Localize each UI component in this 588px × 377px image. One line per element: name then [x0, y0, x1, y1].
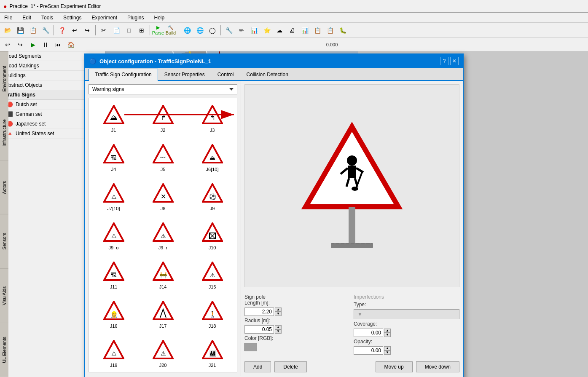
toolbar-t1[interactable]: 🔧	[223, 24, 235, 36]
menu-experiment[interactable]: Experiment	[89, 14, 120, 21]
menu-help[interactable]: Help	[151, 14, 167, 21]
sign-j18[interactable]: 🚶 J18	[189, 296, 235, 332]
toolbar-t2[interactable]: ✏	[236, 24, 247, 36]
toolbar-t3[interactable]: 📊	[248, 24, 260, 36]
toolbar2-pause[interactable]: ⏸	[40, 39, 51, 51]
toolbar-globe1[interactable]: 🌐	[181, 24, 193, 36]
coverage-up[interactable]: ▲	[384, 329, 391, 333]
sign-j21[interactable]: 👨‍👩‍👧 J21	[189, 335, 235, 371]
opacity-input[interactable]: 0.00	[354, 346, 383, 355]
sign-j9-label: J9	[210, 206, 215, 211]
toolbar-t4[interactable]: ⭐	[261, 24, 273, 36]
sign-j9[interactable]: ⚽ J9	[189, 178, 235, 214]
toolbar-cut[interactable]: ✂	[98, 24, 110, 36]
add-button[interactable]: Add	[244, 361, 271, 372]
tab-control[interactable]: Control	[211, 69, 240, 80]
sign-j20[interactable]: ⚠ J20	[140, 335, 186, 371]
toolbar-save[interactable]: 💾	[14, 24, 26, 36]
dialog-close-button[interactable]: ✕	[450, 57, 459, 65]
dialog-help-button[interactable]: ?	[440, 57, 448, 65]
toolbar2-home[interactable]: 🏠	[65, 39, 77, 51]
sign-j9o[interactable]: ⚠ J9_o	[91, 217, 137, 253]
left-action-buttons: Add Delete	[244, 361, 307, 372]
delete-button[interactable]: Delete	[274, 361, 307, 372]
length-down[interactable]: ▼	[275, 312, 282, 316]
type-dropdown[interactable]: ▼	[354, 309, 459, 319]
sign-j14-icon: 🚧	[151, 259, 175, 283]
toolbar-t7[interactable]: 📊	[299, 24, 311, 36]
toolbar2-forward[interactable]: ↪	[14, 39, 26, 51]
move-down-button[interactable]: Move down	[416, 361, 459, 372]
opacity-down[interactable]: ▼	[384, 350, 391, 355]
opacity-up[interactable]: ▲	[384, 346, 391, 350]
sign-j5[interactable]: 〰 J5	[140, 139, 186, 175]
menu-plugins[interactable]: Plugins	[125, 14, 146, 21]
sign-j17[interactable]: J17	[140, 296, 186, 332]
sign-j16[interactable]: 👷 J16	[91, 296, 137, 332]
sign-j11[interactable]: 🏗 J11	[91, 257, 137, 292]
sign-j8[interactable]: ✕ J8	[140, 178, 186, 214]
tab-traffic-sign[interactable]: Traffic Sign Configuration	[89, 69, 158, 81]
sign-j9r[interactable]: ⚠ J9_r	[140, 217, 186, 253]
menu-tools[interactable]: Tools	[39, 14, 56, 21]
toolbar-build[interactable]: 🔨 Build	[165, 24, 177, 36]
tab-collision[interactable]: Collision Detection	[240, 69, 294, 80]
toolbar-square[interactable]: □	[123, 24, 135, 36]
menu-file[interactable]: File	[2, 14, 15, 21]
tab-sensor-props[interactable]: Sensor Properties	[158, 69, 211, 80]
toolbar-t6[interactable]: 🖨	[286, 24, 298, 36]
sign-j8-label: J8	[161, 206, 166, 211]
toolbar-globe2[interactable]: 🌐	[194, 24, 206, 36]
toolbar-parse[interactable]: ▶ Parse	[152, 24, 164, 36]
toolbar2-play[interactable]: ▶	[27, 39, 39, 51]
toolbar-copy[interactable]: 📋	[27, 24, 39, 36]
toolbar-redo[interactable]: ↪	[81, 24, 93, 36]
toolbar-bug[interactable]: 🐛	[337, 24, 349, 36]
toolbar-new[interactable]: 📂	[2, 24, 13, 36]
toolbar2-back[interactable]: ↩	[2, 39, 13, 51]
sign-j14[interactable]: 🚧 J14	[140, 257, 186, 292]
coverage-input[interactable]: 0.00	[354, 329, 383, 337]
side-tab-environment[interactable]: Environment	[0, 51, 8, 106]
menu-edit[interactable]: Edit	[20, 14, 34, 21]
toolbar-t9[interactable]: 📋	[324, 24, 336, 36]
svg-text:🚧: 🚧	[159, 272, 167, 279]
toolbar2-stop[interactable]: ⏮	[52, 39, 64, 51]
side-tab-infrastructure[interactable]: Infrastructure	[0, 106, 8, 160]
radius-down[interactable]: ▼	[275, 329, 282, 334]
length-input[interactable]: 2.20	[244, 307, 274, 316]
coverage-down[interactable]: ▼	[384, 333, 391, 337]
color-swatch[interactable]	[244, 343, 257, 351]
toolbar-undo[interactable]: ↩	[69, 24, 81, 36]
toolbar-t8[interactable]: 📋	[311, 24, 323, 36]
length-up[interactable]: ▲	[275, 307, 282, 312]
sign-j19[interactable]: ⚠ J19	[91, 335, 137, 371]
sign-j7[interactable]: ⚠ J7[10]	[91, 178, 137, 214]
svg-text:✕: ✕	[160, 193, 166, 200]
sign-j18-icon: 🚶	[201, 299, 224, 322]
side-tab-actors[interactable]: Actors	[0, 160, 8, 214]
side-tab-ul-elements[interactable]: UL Elements	[0, 323, 8, 377]
toolbar-paste[interactable]: 📄	[110, 24, 122, 36]
toolbar-circle[interactable]: ◯	[207, 24, 218, 36]
menu-settings[interactable]: Settings	[61, 14, 84, 21]
move-up-button[interactable]: Move up	[376, 361, 413, 372]
toolbar-settings[interactable]: 🔧	[40, 24, 51, 36]
radius-up[interactable]: ▲	[275, 325, 282, 329]
sign-j15[interactable]: ⚠ J15	[189, 257, 235, 292]
signs-category-dropdown[interactable]: Warning signs Priority signs Prohibitory…	[89, 84, 237, 94]
sign-j9r-label: J9_r	[158, 245, 167, 250]
toolbar-t5[interactable]: ☁	[274, 24, 285, 36]
secondary-toolbar: ↩ ↪ ▶ ⏸ ⏮ 🏠 0.000	[0, 38, 588, 51]
side-tab-sensors[interactable]: Sensors	[0, 214, 8, 268]
radius-input[interactable]: 0.05	[244, 325, 274, 334]
sign-j7-icon: ⚠	[102, 181, 125, 204]
dialog[interactable]: 🔵 Object configuration - TrafficSignPole…	[84, 53, 464, 377]
sign-j20-icon: ⚠	[151, 338, 175, 361]
sign-j4[interactable]: 🏗 J4	[91, 139, 137, 175]
sign-j10[interactable]: J10	[189, 217, 235, 253]
sign-j6[interactable]: ⛰ J6[10]	[189, 139, 235, 175]
toolbar-help[interactable]: ❓	[56, 24, 68, 36]
side-tab-visu-aids[interactable]: Visu Aids	[0, 268, 8, 323]
toolbar-grid[interactable]: ⊞	[136, 24, 148, 36]
